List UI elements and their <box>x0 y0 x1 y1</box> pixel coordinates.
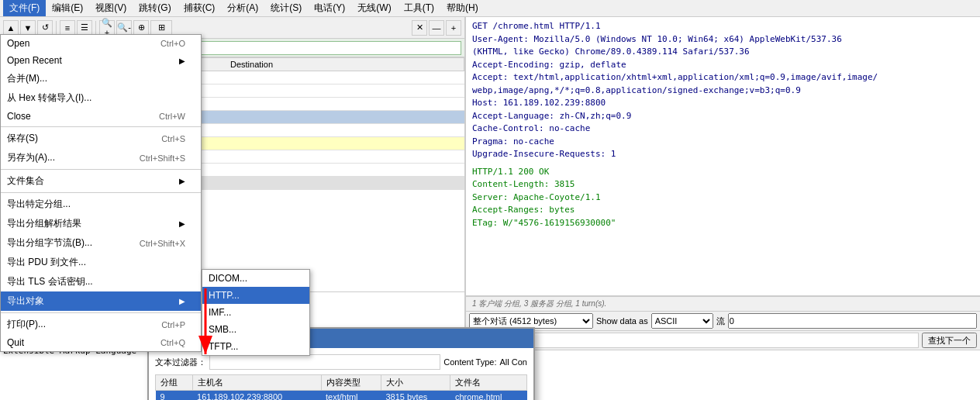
menu-file[interactable]: 文件(F) <box>3 0 46 16</box>
http-search-bar: 查找: 查找下一个 <box>466 331 980 350</box>
http-panel: GET /chrome.html HTTP/1.1 User-Agent: Mo… <box>465 17 980 400</box>
http-line: Accept-Language: zh-CN,zh;q=0.9 <box>472 110 974 123</box>
row-hostname: 161.189.102.239:8800 <box>192 391 321 401</box>
menu-open-recent[interactable]: Open Recent ▶ <box>1 52 201 69</box>
http-line: GET /chrome.html HTTP/1.1 <box>472 20 974 33</box>
toolbar-zoom-out-btn[interactable]: 🔍- <box>116 20 132 36</box>
table-row[interactable]: 9 161.189.102.239:8800 text/html 3815 by… <box>156 391 527 401</box>
menu-help[interactable]: 帮助(H) <box>440 0 485 16</box>
http-line: Accept-Encoding: gzip, deflate <box>472 59 974 72</box>
http-line: Accept: text/html,application/xhtml+xml,… <box>472 71 974 84</box>
menu-open[interactable]: Open Ctrl+O <box>1 35 201 52</box>
http-line: Pragma: no-cache <box>472 136 974 149</box>
menu-stats[interactable]: 统计(S) <box>264 0 308 16</box>
conversation-select[interactable]: 整个对话 (4512 bytes) <box>469 313 593 329</box>
http-line: User-Agent: Mozilla/5.0 (Windows NT 10.0… <box>472 33 974 47</box>
toolbar-down-btn[interactable]: ▼ <box>20 20 36 36</box>
http-line: webp,image/apng,*/*;q=0.8,application/si… <box>472 84 974 98</box>
red-arrow-indicator <box>143 281 283 374</box>
menu-sep-2 <box>1 169 201 170</box>
stream-input[interactable] <box>728 313 977 329</box>
http-status-bar: 1 客户端 分组, 3 服务器 分组, 1 turn(s). <box>466 296 980 312</box>
menu-save[interactable]: 保存(S) Ctrl+S <box>1 129 201 148</box>
show-as-label: Show data as <box>596 316 648 326</box>
toolbar-min-btn[interactable]: — <box>429 20 444 36</box>
toolbar-close-btn[interactable]: ✕ <box>412 20 427 36</box>
menu-import-hex[interactable]: 从 Hex 转储导入(I)... <box>1 88 201 108</box>
http-controls: 整个对话 (4512 bytes) Show data as ASCII 流 <box>466 312 980 331</box>
menu-file-set[interactable]: 文件集合 ▶ <box>1 171 201 191</box>
toolbar-refresh-btn[interactable]: ↺ <box>37 20 53 36</box>
row-content-type: text/html <box>321 391 381 401</box>
menu-merge[interactable]: 合并(M)... <box>1 69 201 88</box>
export-table: 分组 主机名 内容类型 大小 文件名 9 161.189.102.239:880… <box>155 374 527 400</box>
menu-analyze[interactable]: 分析(A) <box>221 0 264 16</box>
menu-export-specific[interactable]: 导出特定分组... <box>1 195 201 214</box>
menu-phone[interactable]: 电话(Y) <box>308 0 351 16</box>
http-response-line: ETag: W/"4576-1619156930000" <box>472 217 974 230</box>
http-response-line: Accept-Ranges: bytes <box>472 204 974 217</box>
export-col-packet: 分组 <box>156 375 193 391</box>
menu-edit[interactable]: 编辑(E) <box>46 0 89 16</box>
http-line: Host: 161.189.102.239:8800 <box>472 97 974 110</box>
toolbar-max-btn[interactable]: + <box>446 20 461 36</box>
toolbar-zoom-reset-btn[interactable]: ⊕ <box>133 20 149 36</box>
http-response-line: Content-Length: 3815 <box>472 178 974 191</box>
menu-sep-3 <box>1 192 201 193</box>
menu-wireless[interactable]: 无线(W) <box>351 0 397 16</box>
toolbar-expand-btn[interactable]: ⊞ <box>150 20 172 36</box>
row-packet: 9 <box>156 391 193 401</box>
menu-export-parsed[interactable]: 导出分组解析结果 ▶ <box>1 214 201 233</box>
menu-save-as[interactable]: 另存为(A)... Ctrl+Shift+S <box>1 148 201 167</box>
row-size: 3815 bytes <box>381 391 450 401</box>
menu-goto[interactable]: 跳转(G) <box>133 0 177 16</box>
http-line: (KHTML, like Gecko) Chrome/89.0.4389.114… <box>472 46 974 59</box>
menu-export-pdu[interactable]: 导出 PDU 到文件... <box>1 253 201 272</box>
toolbar-up-btn[interactable]: ▲ <box>3 20 19 36</box>
toolbar-detail-btn[interactable]: ☰ <box>77 20 92 36</box>
search-next-btn[interactable]: 查找下一个 <box>922 333 977 348</box>
http-header-content: GET /chrome.html HTTP/1.1 User-Agent: Mo… <box>466 17 980 296</box>
export-col-content-type: 内容类型 <box>321 375 381 391</box>
menu-sep-1 <box>1 126 201 127</box>
export-col-filename: 文件名 <box>450 375 527 391</box>
search-input[interactable] <box>492 333 919 348</box>
http-line: Cache-Control: no-cache <box>472 122 974 136</box>
show-as-select[interactable]: ASCII <box>651 313 713 329</box>
http-response-line: Server: Apache-Coyote/1.1 <box>472 191 974 205</box>
export-content-type-label: Content Type: <box>443 357 496 367</box>
export-col-size: 大小 <box>381 375 450 391</box>
http-line: Upgrade-Insecure-Requests: 1 <box>472 148 974 161</box>
toolbar-list-btn[interactable]: ≡ <box>60 20 75 36</box>
menu-export-bytes[interactable]: 导出分组字节流(B)... Ctrl+Shift+X <box>1 233 201 253</box>
menubar: 文件(F) 编辑(E) 视图(V) 跳转(G) 捕获(C) 分析(A) 统计(S… <box>0 0 980 17</box>
http-response-line: HTTP/1.1 200 OK <box>472 166 974 179</box>
row-filename: chrome.html <box>450 391 527 401</box>
menu-close[interactable]: Close Ctrl+W <box>1 108 201 125</box>
toolbar-zoom-in-btn[interactable]: 🔍+ <box>99 20 115 36</box>
export-content-type-value: All Con <box>500 357 527 367</box>
menu-capture[interactable]: 捕获(C) <box>178 0 222 16</box>
stream-label: 流 <box>716 316 725 327</box>
menu-view[interactable]: 视图(V) <box>89 0 133 16</box>
menu-tools[interactable]: 工具(T) <box>398 0 440 16</box>
export-col-hostname: 主机名 <box>192 375 321 391</box>
